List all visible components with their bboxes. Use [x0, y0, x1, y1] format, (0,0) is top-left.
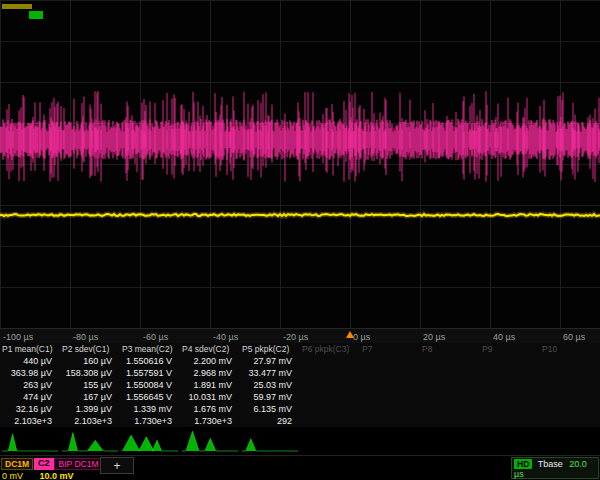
histicon-row [0, 427, 600, 455]
measure-value-cell: 2.103e+3 [60, 416, 120, 426]
measure-value-cell: 263 µV [0, 380, 60, 390]
measure-value-cell: 1.399 µV [60, 404, 120, 414]
measure-param-header[interactable]: P8 [420, 344, 480, 354]
c1-volts-per-div: 10.0 mV [40, 471, 74, 480]
histicon-shape [2, 434, 58, 451]
measure-value-cell: 2.200 mV [180, 356, 240, 366]
measure-value-cell: 59.97 mV [240, 392, 300, 402]
measure-value-cell: 167 µV [60, 392, 120, 402]
measure-value-cell: 1.339 mV [120, 404, 180, 414]
measure-value-cell: 6.135 mV [240, 404, 300, 414]
measurement-table: P1 mean(C1)P2 sdev(C1)P3 mean(C2)P4 sdev… [0, 343, 600, 427]
trigger-position-marker[interactable] [346, 331, 354, 338]
histicon-shape [62, 433, 118, 451]
cursor-crosshair-button[interactable]: + [100, 457, 134, 474]
c2-channel-badge[interactable]: C2 [34, 458, 54, 470]
measure-value-cell: 2.103e+3 [0, 416, 60, 426]
histicon-shape [242, 439, 298, 451]
measure-value-cell: 1.730e+3 [180, 416, 240, 426]
c2-descriptor[interactable]: C2 BIP DC1M [34, 458, 104, 470]
measure-value-cell: 10.031 mV [180, 392, 240, 402]
measure-value-cell: 1.676 mV [180, 404, 240, 414]
histicon-shape [182, 431, 238, 451]
measure-histicon[interactable] [120, 429, 180, 453]
measure-param-header[interactable]: P7 [360, 344, 420, 354]
time-axis-label: -100 µs [3, 332, 33, 342]
measure-param-header[interactable]: P2 sdev(C1) [60, 344, 120, 354]
measure-value-cell: 32.16 µV [0, 404, 60, 414]
time-axis-label: 0 µs [353, 332, 370, 342]
measure-param-header[interactable]: P1 mean(C1) [0, 344, 60, 354]
measure-value-cell: 2.968 mV [180, 368, 240, 378]
measure-value-cell: 363.98 µV [0, 368, 60, 378]
timebase-label: Tbase [538, 459, 563, 469]
measure-value-cell: 1.557591 V [120, 368, 180, 378]
timebase-descriptor[interactable]: HD Tbase 20.0 µs 13 Bits [511, 457, 599, 479]
time-axis-label: -40 µs [213, 332, 238, 342]
c1-scale-readout[interactable]: 0 mV 10.0 mV [2, 471, 74, 480]
measure-value-cell: 292 [240, 416, 300, 426]
measure-histicon[interactable] [60, 429, 120, 453]
measure-value-cell: 33.477 mV [240, 368, 300, 378]
measure-value-cell: 1.550616 V [120, 356, 180, 366]
measure-value-cell: 1.891 mV [180, 380, 240, 390]
time-axis-label: 60 µs [563, 332, 585, 342]
measure-param-header[interactable]: P4 sdev(C2) [180, 344, 240, 354]
c1-offset-value: 0 mV [2, 471, 23, 480]
measure-param-header[interactable]: P10 [540, 344, 600, 354]
time-axis-label: 20 µs [423, 332, 445, 342]
measure-param-header[interactable]: P5 pkpk(C2) [240, 344, 300, 354]
measure-value-cell: 27.97 mV [240, 356, 300, 366]
histicon-shape [122, 435, 178, 451]
time-axis-label: -60 µs [143, 332, 168, 342]
measure-histicon[interactable] [0, 429, 60, 453]
time-axis-label: -80 µs [73, 332, 98, 342]
measure-histicon[interactable] [240, 429, 300, 453]
time-axis: -100 µs-80 µs-60 µs-40 µs-20 µs0 µs20 µs… [0, 328, 600, 343]
time-axis-label: 40 µs [493, 332, 515, 342]
measure-param-header[interactable]: P3 mean(C2) [120, 344, 180, 354]
measure-value-cell: 158.308 µV [60, 368, 120, 378]
measure-value-cell: 1.730e+3 [120, 416, 180, 426]
measure-value-cell: 1.556645 V [120, 392, 180, 402]
measure-value-cell: 474 µV [0, 392, 60, 402]
waveform-traces [0, 0, 600, 328]
measure-value-cell: 25.03 mV [240, 380, 300, 390]
time-axis-label: -20 µs [283, 332, 308, 342]
c2-coupling-badge[interactable]: BIP DC1M [54, 458, 104, 470]
measure-histicon[interactable] [180, 429, 240, 453]
hd-mode-badge: HD [514, 459, 532, 469]
measure-param-header[interactable]: P6 pkpk(C3) [300, 344, 360, 354]
measure-param-header[interactable]: P9 [480, 344, 540, 354]
measure-value-cell: 160 µV [60, 356, 120, 366]
waveform-display[interactable] [0, 0, 600, 328]
measure-value-cell: 1.550084 V [120, 380, 180, 390]
c1-coupling-badge[interactable]: DC1M [1, 458, 33, 470]
oscilloscope-screen: -100 µs-80 µs-60 µs-40 µs-20 µs0 µs20 µs… [0, 0, 600, 480]
descriptor-bar: DC1M C2 BIP DC1M + 0 mV 10.0 mV HD Tbase… [0, 455, 600, 480]
measure-value-cell: 155 µV [60, 380, 120, 390]
measure-value-cell: 440 µV [0, 356, 60, 366]
